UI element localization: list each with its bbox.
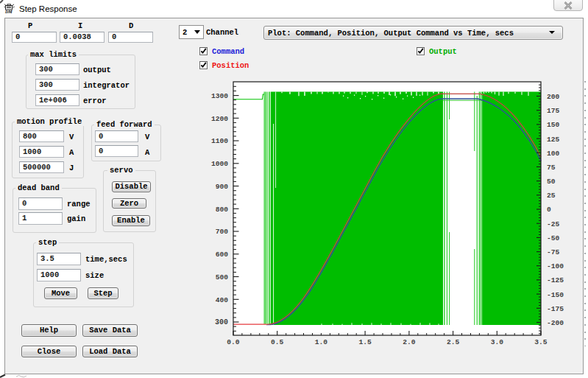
svg-text:700: 700 <box>216 228 229 236</box>
svg-text:DM: DM <box>4 10 13 14</box>
svg-text:25: 25 <box>547 192 556 200</box>
svg-text:-125: -125 <box>547 276 564 284</box>
svg-text:-175: -175 <box>547 305 564 313</box>
svg-text:1200: 1200 <box>211 115 228 123</box>
svg-text:0: 0 <box>547 206 551 214</box>
svg-text:600: 600 <box>216 251 229 259</box>
svg-text:-200: -200 <box>547 319 564 327</box>
svg-text:2.5: 2.5 <box>447 338 460 346</box>
svg-text:150: 150 <box>547 121 560 129</box>
svg-text:800: 800 <box>216 206 229 214</box>
svg-text:-75: -75 <box>547 248 560 256</box>
svg-text:125: 125 <box>547 136 560 144</box>
svg-text:-150: -150 <box>547 291 564 299</box>
svg-text:-50: -50 <box>547 234 560 242</box>
svg-text:100: 100 <box>547 150 560 158</box>
svg-text:500: 500 <box>216 273 229 281</box>
svg-text:400: 400 <box>216 296 229 304</box>
svg-text:1100: 1100 <box>211 137 228 145</box>
svg-text:900: 900 <box>216 183 229 191</box>
svg-text:75: 75 <box>547 164 556 172</box>
svg-text:2.0: 2.0 <box>403 338 416 346</box>
svg-text:175: 175 <box>547 107 560 115</box>
svg-text:1300: 1300 <box>211 92 228 100</box>
svg-text:1000: 1000 <box>211 160 228 168</box>
svg-text:1.0: 1.0 <box>315 338 328 346</box>
svg-text:50: 50 <box>547 178 556 186</box>
svg-text:-100: -100 <box>547 262 564 270</box>
svg-text:-25: -25 <box>547 220 560 228</box>
svg-text:300: 300 <box>215 318 228 326</box>
svg-text:1.5: 1.5 <box>358 338 372 346</box>
svg-text:0.5: 0.5 <box>271 338 284 346</box>
svg-text:0.0: 0.0 <box>227 338 240 346</box>
svg-text:3.5: 3.5 <box>534 338 548 346</box>
svg-text:3.0: 3.0 <box>491 338 504 346</box>
svg-text:200: 200 <box>547 93 560 101</box>
